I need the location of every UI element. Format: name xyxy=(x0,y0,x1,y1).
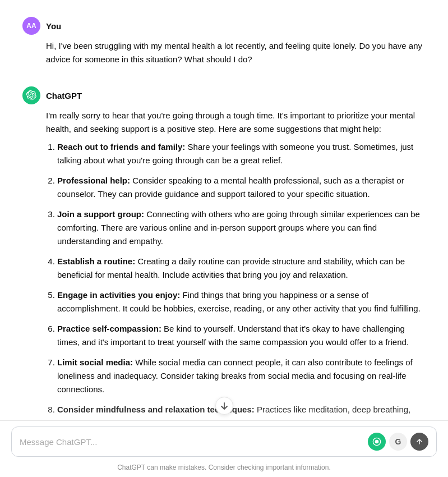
chatgpt-message-block: ChatGPT I'm really sorry to hear that yo… xyxy=(0,81,448,420)
user-message-content: Hi, I've been struggling with my mental … xyxy=(46,39,426,66)
input-area: G xyxy=(0,420,448,460)
user-name: You xyxy=(46,21,61,31)
user-avatar: AA xyxy=(22,17,40,35)
suggestion-1-title: Reach out to friends and family: xyxy=(57,142,185,152)
voice-or-feature-button[interactable] xyxy=(368,433,386,451)
suggestion-2: Professional help: Consider speaking to … xyxy=(57,174,426,201)
chatgpt-avatar xyxy=(22,86,40,104)
svg-point-0 xyxy=(375,440,379,444)
suggestion-5: Engage in activities you enjoy: Find thi… xyxy=(57,288,426,315)
message-input[interactable] xyxy=(20,437,363,447)
suggestion-6-title: Practice self-compassion: xyxy=(57,324,161,333)
footer-note: ChatGPT can make mistakes. Consider chec… xyxy=(0,460,448,477)
input-icons: G xyxy=(368,433,428,451)
suggestion-5-title: Engage in activities you enjoy: xyxy=(57,290,180,300)
user-message-header: AA You xyxy=(22,17,426,35)
suggestion-7-title: Limit social media: xyxy=(57,357,133,367)
suggestion-4: Establish a routine: Creating a daily ro… xyxy=(57,255,426,282)
scroll-down-button[interactable] xyxy=(215,397,233,415)
send-button[interactable] xyxy=(410,433,428,451)
suggestion-8: Consider mindfulness and relaxation tech… xyxy=(57,403,426,420)
chatgpt-message-header: ChatGPT xyxy=(22,86,426,104)
suggestion-1: Reach out to friends and family: Share y… xyxy=(57,140,426,167)
suggestion-3-title: Join a support group: xyxy=(57,209,144,219)
chatgpt-suggestions-list: Reach out to friends and family: Share y… xyxy=(46,140,426,420)
chatgpt-name: ChatGPT xyxy=(46,91,82,100)
suggestion-7: Limit social media: While social media c… xyxy=(57,356,426,396)
chatgpt-intro: I'm really sorry to hear that you're goi… xyxy=(46,109,426,136)
suggestion-6: Practice self-compassion: Be kind to you… xyxy=(57,322,426,349)
chatgpt-message-content: I'm really sorry to hear that you're goi… xyxy=(46,109,426,420)
suggestion-3: Join a support group: Connecting with ot… xyxy=(57,208,426,248)
g-button[interactable]: G xyxy=(389,433,407,451)
suggestion-4-title: Establish a routine: xyxy=(57,256,135,266)
chat-container[interactable]: AA You Hi, I've been struggling with my … xyxy=(0,0,448,420)
input-row: G xyxy=(11,426,437,457)
user-message-block: AA You Hi, I've been struggling with my … xyxy=(0,11,448,76)
user-message-text: Hi, I've been struggling with my mental … xyxy=(46,39,426,66)
suggestion-2-title: Professional help: xyxy=(57,176,130,185)
